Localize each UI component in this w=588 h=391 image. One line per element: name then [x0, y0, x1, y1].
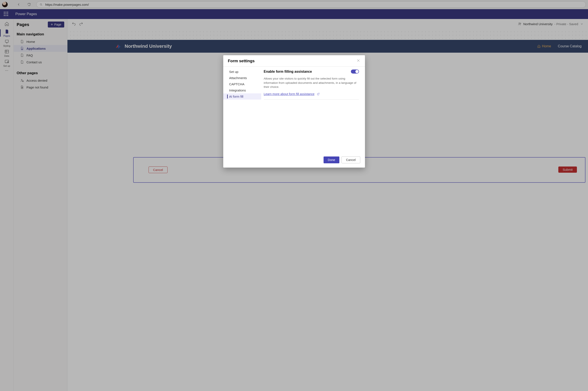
learn-more-link[interactable]: Learn more about form fill assistance [264, 92, 315, 96]
cancel-button[interactable]: Cancel [341, 157, 360, 163]
enable-assistance-description: Allows your site visitors to quickly fil… [264, 77, 359, 89]
close-button[interactable] [356, 59, 360, 63]
done-button[interactable]: Done [323, 157, 340, 163]
external-link-icon [317, 93, 320, 96]
form-settings-dialog: Form settings Set up Attachments CAPTCHA… [223, 55, 365, 168]
enable-assistance-heading: Enable form filling assistance [264, 70, 312, 74]
tab-attachments[interactable]: Attachments [223, 75, 261, 81]
dialog-title: Form settings [228, 59, 255, 63]
tab-integrations[interactable]: Integrations [223, 87, 261, 93]
tab-captcha[interactable]: CAPTCHA [223, 81, 261, 87]
tab-ai-form-fill[interactable]: AI form fill [223, 93, 261, 99]
dialog-sidebar: Set up Attachments CAPTCHA Integrations … [223, 67, 261, 154]
enable-assistance-toggle[interactable] [351, 70, 359, 74]
tab-setup[interactable]: Set up [223, 69, 261, 75]
close-icon [356, 59, 360, 63]
